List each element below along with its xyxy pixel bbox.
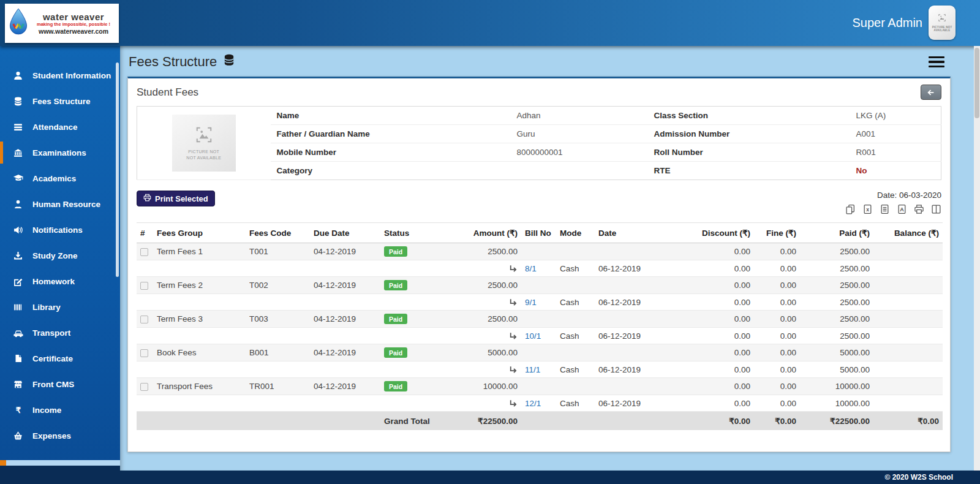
row-checkbox[interactable] [140,282,148,290]
balance-cell [873,311,943,328]
footer-copyright: © 2020 W2S School [884,473,953,482]
page-vertical-scrollbar[interactable] [974,46,980,471]
file-icon [13,354,23,363]
main-content: Fees Structure Student Fees [120,46,974,471]
brand-logo[interactable]: water weaver making the impossible, poss… [5,4,119,43]
discount-cell: 0.00 [688,260,754,277]
sidebar-horizontal-scrollbar[interactable] [0,460,120,466]
fine-cell: 0.00 [754,328,800,344]
level-down-arrow-icon [508,263,518,273]
car-icon [13,328,23,338]
sidebar-item-study-zone[interactable]: Study Zone [0,243,120,268]
bill-no-link[interactable]: 11/1 [525,365,540,374]
fees-code-cell: T001 [246,243,310,260]
bill-no-link[interactable]: 12/1 [525,399,541,408]
sidebar-item-certificate[interactable]: Certificate [0,346,120,371]
fine-cell: 0.00 [754,395,800,412]
student-info-body: PICTURE NOTNOT AVAILABLE Name Adhan Clas… [137,107,941,180]
export-columns-icon[interactable] [931,204,941,214]
paid-cell: 10000.00 [800,395,873,412]
status-badge: Paid [384,381,407,391]
back-button[interactable] [921,85,941,100]
info-label: Father / Guardian Name [271,125,511,143]
sidebar-item-attendance[interactable]: Attendance [0,114,120,140]
paid-cell: 2500.00 [800,243,873,260]
row-checkbox[interactable] [140,316,148,323]
student-photo-placeholder: PICTURE NOTNOT AVAILABLE [172,115,236,172]
due-date-cell: 04-12-2019 [310,277,380,294]
info-label: Category [271,162,511,180]
rupee-icon: ₹ [13,406,23,414]
export-copy-icon[interactable] [845,204,856,214]
paid-cell: 2500.00 [800,277,873,294]
info-label: Mobile Number [271,143,511,162]
sidebar-item-expenses[interactable]: Expenses [0,423,120,448]
sidebar-item-notifications[interactable]: Notifications [0,217,120,243]
student-fees-card: Student Fees PICTURE NOTNOT AVAILABLE Na… [127,77,951,452]
fine-cell: 0.00 [754,260,800,277]
sidebar-item-label: Library [32,303,61,312]
user-icon [13,71,23,80]
sidebar-item-label: Human Resource [32,200,100,209]
row-checkbox[interactable] [140,349,148,357]
payment-row: 10/1 Cash 06-12-2019 0.00 0.00 2500.00 [137,328,943,344]
paid-cell: 2500.00 [800,260,873,277]
sidebar-item-examinations[interactable]: Examinations [0,140,120,165]
info-label: Admission Number [648,125,850,143]
grand-total-discount: ₹0.00 [688,412,754,431]
avatar-placeholder-text: PICTURE NOT AVAILABLE [929,26,956,32]
row-checkbox[interactable] [140,248,148,256]
fine-cell: 0.00 [754,378,800,395]
sidebar-item-label: Front CMS [32,380,74,389]
balance-cell [873,361,943,378]
list-icon [13,123,23,132]
user-avatar[interactable]: PICTURE NOT AVAILABLE [929,6,956,40]
bill-no-link[interactable]: 10/1 [525,331,541,341]
balance-cell [873,328,943,344]
export-excel-icon[interactable]: x [862,204,873,214]
column-header-date: Date [595,223,688,243]
basket-icon [13,431,23,441]
discount-cell: 0.00 [688,243,754,260]
sidebar-item-fees-structure[interactable]: Fees Structure [0,88,120,114]
page-scrollbar-thumb[interactable] [974,48,979,118]
export-csv-icon[interactable] [880,204,890,214]
column-header-status: Status [380,223,451,243]
sidebar-item-income[interactable]: ₹ Income [0,397,120,423]
sidebar-item-homework[interactable]: Homework [0,268,120,294]
balance-cell [873,395,943,412]
due-date-cell: 04-12-2019 [310,243,380,260]
export-pdf-icon[interactable]: A [897,204,907,214]
amount-cell: 10000.00 [451,378,521,395]
svg-text:x: x [866,206,869,213]
database-icon [223,54,235,70]
water-drop-logo-icon [8,8,29,39]
sidebar-hscroll-track[interactable] [6,460,120,466]
brand-tagline: making the impossible, possible ! [31,22,116,28]
fees-group-cell: Transport Fees [153,378,246,395]
fees-group-cell: Term Fees 1 [153,243,246,260]
amount-cell: 2500.00 [451,243,521,260]
sidebar-item-library[interactable]: Library [0,294,120,320]
sidebar-item-transport[interactable]: Transport [0,320,120,346]
export-print-icon[interactable] [914,204,924,214]
row-checkbox[interactable] [140,383,148,391]
column-header-amount: Amount (₹) [451,223,521,243]
sidebar-vertical-scrollbar[interactable] [116,62,119,277]
fees-code-cell: T002 [246,277,310,294]
sidebar-item-student-information[interactable]: Student Information [0,62,120,88]
menu-toggle-icon[interactable] [929,54,944,70]
bill-no-link[interactable]: 9/1 [525,298,537,307]
bill-no-link[interactable]: 8/1 [525,264,537,273]
sidebar-item-label: Certificate [32,354,73,363]
sidebar-hscroll-thumb[interactable] [0,460,6,466]
fine-cell: 0.00 [754,243,800,260]
sidebar-item-academics[interactable]: Academics [0,165,120,191]
print-selected-button[interactable]: Print Selected [137,191,215,206]
column-header-bill-no: Bill No [521,223,556,243]
sidebar-item-label: Income [32,406,61,415]
brand-text: water weaver making the impossible, poss… [31,12,116,35]
sidebar-item-front-cms[interactable]: Front CMS [0,371,120,397]
footer: © 2020 W2S School [0,471,980,484]
sidebar-item-human-resource[interactable]: Human Resource [0,191,120,217]
